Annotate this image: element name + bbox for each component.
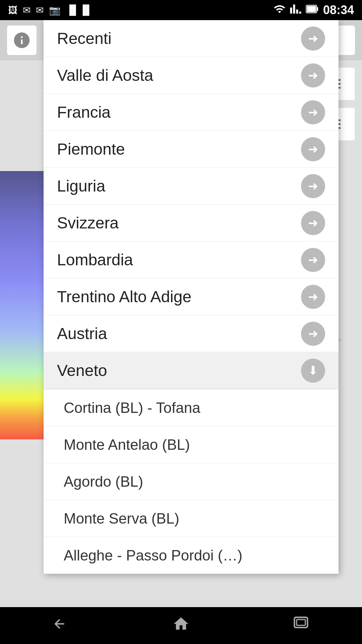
recent-icon [293,615,310,636]
dropdown-item-valle[interactable]: Valle di Aosta ➜ [44,57,339,94]
austria-label: Austria [57,324,107,343]
piemonte-label: Piemonte [57,140,125,158]
dropdown-item-austria[interactable]: Austria ➜ [44,315,339,352]
liguria-label: Liguria [57,177,105,195]
back-button[interactable] [40,612,80,639]
dropdown-menu: Recenti ➜ Valle di Aosta ➜ Francia ➜ Pie… [44,20,339,574]
lombardia-arrow: ➜ [301,248,325,272]
sub-item-serva[interactable]: Monte Serva (BL) [44,500,339,537]
liguria-arrow: ➜ [301,174,325,198]
status-bar: 🖼 ✉ ✉ 📷 ▐▌▐▌ 08:34 [0,0,362,20]
dropdown-item-francia[interactable]: Francia ➜ [44,94,339,131]
dropdown-item-lombardia[interactable]: Lombardia ➜ [44,241,339,278]
veneto-sub-items: Cortina (BL) - Tofana Monte Antelao (BL)… [44,389,339,574]
veneto-label: Veneto [57,361,107,380]
signal-icon [290,3,302,17]
sub-item-agordo[interactable]: Agordo (BL) [44,463,339,500]
dropdown-item-trentino[interactable]: Trentino Alto Adige ➜ [44,278,339,315]
recent-button[interactable] [282,612,322,639]
recenti-label: Recenti [57,29,112,48]
svizzera-label: Svizzera [57,214,119,232]
home-button[interactable] [161,612,201,639]
dropdown-item-veneto[interactable]: Veneto ⬇ [44,352,339,389]
svizzera-arrow: ➜ [301,211,325,235]
dropdown-item-liguria[interactable]: Liguria ➜ [44,168,339,205]
cortina-label: Cortina (BL) - Tofana [64,399,200,416]
email-icon: ✉ [23,5,31,16]
clock: 08:34 [323,3,354,17]
trentino-label: Trentino Alto Adige [57,287,191,306]
antelao-label: Monte Antelao (BL) [64,436,190,453]
francia-label: Francia [57,103,111,121]
agordo-label: Agordo (BL) [64,473,143,490]
status-right: 08:34 [274,3,354,17]
alleghe-label: Alleghe - Passo Pordoi (…) [64,547,242,564]
dropdown-item-svizzera[interactable]: Svizzera ➜ [44,205,339,241]
recenti-arrow: ➜ [301,26,325,51]
dropdown-item-piemonte[interactable]: Piemonte ➜ [44,131,339,168]
camera-icon: 📷 [49,5,61,16]
battery-icon [306,3,319,17]
barcode-icon: ▐▌▐▌ [66,5,93,15]
wifi-icon [274,3,286,17]
image-icon: 🖼 [8,5,17,16]
svg-rect-2 [307,6,316,12]
trentino-arrow: ➜ [301,285,325,309]
back-icon [50,616,70,635]
piemonte-arrow: ➜ [301,137,325,161]
valle-label: Valle di Aosta [57,66,153,85]
lombardia-label: Lombardia [57,251,133,269]
valle-arrow: ➜ [301,63,325,88]
email2-icon: ✉ [36,5,44,16]
svg-rect-1 [317,7,318,11]
dropdown-item-recenti[interactable]: Recenti ➜ [44,20,339,57]
status-icons: 🖼 ✉ ✉ 📷 ▐▌▐▌ [8,5,93,16]
info-button[interactable] [7,25,37,55]
sub-item-alleghe[interactable]: Alleghe - Passo Pordoi (…) [44,537,339,574]
veneto-arrow: ⬇ [301,359,325,383]
sub-item-cortina[interactable]: Cortina (BL) - Tofana [44,389,339,426]
bottom-nav [0,607,362,644]
austria-arrow: ➜ [301,322,325,346]
home-icon [172,615,190,636]
serva-label: Monte Serva (BL) [64,510,179,527]
sub-item-antelao[interactable]: Monte Antelao (BL) [44,426,339,463]
francia-arrow: ➜ [301,100,325,124]
svg-rect-4 [297,620,305,625]
